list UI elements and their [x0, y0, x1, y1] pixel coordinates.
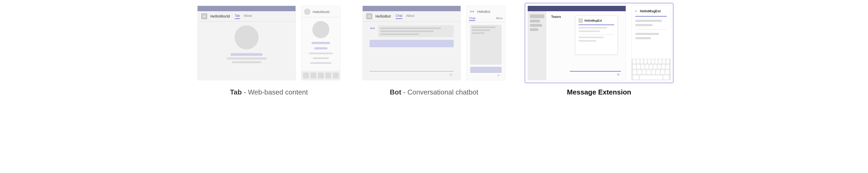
key[interactable]: [660, 70, 664, 74]
appbar-item[interactable]: [310, 73, 316, 78]
user-message-row: [470, 67, 502, 72]
msgext-content: Teams HelloMsgExt: [546, 11, 626, 80]
app-name: HelloWorld: [210, 14, 230, 19]
mobile-tab-chat[interactable]: Chat: [469, 17, 475, 21]
svg-rect-5: [370, 15, 371, 16]
tab-desktop-window: HelloWorld Tab About: [197, 6, 296, 80]
skeleton-line: [312, 42, 330, 44]
app-header: HelloWorld Tab About: [197, 11, 296, 22]
key[interactable]: [640, 59, 643, 64]
msgext-flyout[interactable]: HelloMsgExt: [575, 16, 618, 54]
skeleton-line: [230, 53, 262, 56]
svg-rect-6: [368, 17, 369, 18]
back-icon[interactable]: ‹: [634, 8, 638, 14]
app-icon: [579, 19, 583, 23]
mobile-keyboard[interactable]: [631, 59, 671, 80]
mobile-compose[interactable]: ▷: [470, 72, 502, 77]
key[interactable]: [658, 65, 661, 69]
key[interactable]: [637, 59, 640, 64]
spacebar-key[interactable]: [640, 75, 663, 79]
appbar-item[interactable]: [333, 73, 339, 78]
tab-about[interactable]: About: [406, 14, 414, 19]
key[interactable]: [645, 65, 648, 69]
key[interactable]: [666, 65, 669, 69]
key[interactable]: [633, 70, 637, 74]
key[interactable]: [637, 65, 640, 69]
svg-rect-7: [370, 17, 371, 18]
skeleton-line: [635, 24, 653, 26]
key[interactable]: [666, 59, 669, 64]
skeleton-line: [579, 30, 600, 32]
accent-divider: [635, 16, 667, 17]
tab-group: HelloWorld Tab About HelloWorld: [194, 3, 343, 96]
key[interactable]: [662, 59, 665, 64]
key[interactable]: [652, 70, 655, 74]
message-bubble: [378, 25, 454, 37]
key[interactable]: [662, 65, 665, 69]
key[interactable]: [663, 75, 669, 79]
key[interactable]: [656, 70, 660, 74]
svg-rect-1: [205, 15, 206, 16]
mobile-chat: ▷: [466, 22, 505, 80]
user-message-bubble: [470, 67, 502, 72]
key[interactable]: [633, 75, 639, 79]
tab-caption: Tab - Web-based content: [230, 88, 308, 96]
skeleton-line: [635, 37, 651, 39]
svg-point-8: [372, 28, 372, 28]
skeleton-line: [380, 27, 441, 29]
key[interactable]: [648, 59, 651, 64]
mobile-tab-more[interactable]: More: [496, 17, 503, 21]
mobile-title: HelloWorld: [313, 10, 329, 14]
send-icon[interactable]: ▷: [498, 73, 500, 77]
tab-about[interactable]: About: [244, 14, 252, 19]
tab-tab[interactable]: Tab: [235, 14, 240, 19]
key[interactable]: [633, 59, 636, 64]
key[interactable]: [638, 70, 641, 74]
svg-rect-3: [205, 17, 206, 18]
skeleton-line: [309, 53, 333, 54]
message-bubble: [470, 25, 502, 65]
app-header: HelloBot Chat About: [363, 11, 461, 22]
avatar-icon: [304, 8, 310, 15]
bot-mobile-window: HelloBot Chat More ▷: [466, 6, 506, 80]
key[interactable]: [633, 65, 636, 69]
mobile-title: HelloMsgExt: [640, 9, 660, 13]
msgext-mobile-window: ‹ HelloMsgExt: [631, 6, 671, 80]
key[interactable]: [665, 70, 669, 74]
key[interactable]: [659, 59, 662, 64]
skeleton-line: [380, 30, 434, 32]
mobile-body: [301, 17, 340, 71]
send-icon[interactable]: ▷: [450, 73, 453, 76]
mobile-app-bar: [301, 71, 340, 80]
key[interactable]: [653, 65, 657, 69]
avatar-placeholder: [235, 25, 258, 49]
key[interactable]: [649, 65, 653, 69]
compose-box[interactable]: ▷: [570, 71, 621, 77]
accent-divider: [579, 25, 614, 25]
key[interactable]: [647, 70, 650, 74]
skeleton-line: [579, 36, 603, 38]
appbar-item[interactable]: [303, 73, 309, 78]
appbar-item[interactable]: [326, 73, 331, 78]
code-icon: [469, 8, 475, 15]
tab-mobile-window: HelloWorld: [301, 6, 341, 80]
key[interactable]: [641, 65, 644, 69]
sidebar-block: [530, 24, 542, 27]
window-titlebar: [197, 6, 296, 11]
skeleton-line: [472, 32, 485, 34]
key[interactable]: [642, 70, 646, 74]
send-icon[interactable]: ▷: [617, 72, 620, 76]
app-icon: [201, 14, 207, 19]
svg-rect-14: [579, 21, 581, 22]
skeleton-line: [232, 61, 261, 63]
key[interactable]: [652, 59, 654, 64]
key[interactable]: [644, 59, 647, 64]
skeleton-line: [579, 40, 596, 42]
key[interactable]: [655, 59, 658, 64]
compose-box[interactable]: ▷: [370, 71, 454, 77]
tab-chat[interactable]: Chat: [396, 14, 402, 19]
appbar-item[interactable]: [318, 73, 324, 78]
msgext-group: Teams HelloMsgExt: [525, 3, 674, 96]
mobile-title: HelloBot: [477, 9, 490, 14]
skeleton-line: [314, 47, 328, 49]
